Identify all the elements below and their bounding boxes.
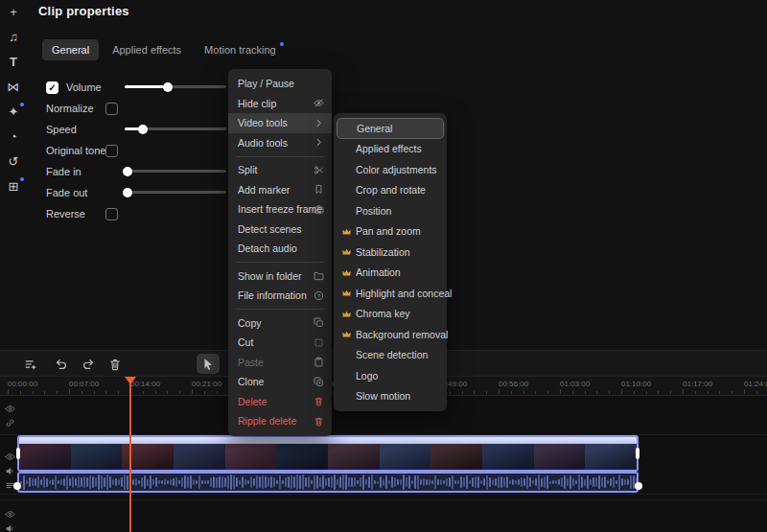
menu-item-ripple-delete[interactable]: Ripple delete — [228, 411, 332, 431]
video-clip[interactable] — [17, 435, 639, 472]
waveform-bar — [242, 476, 244, 488]
playhead-handle[interactable] — [125, 377, 136, 384]
tab-applied-effects[interactable]: Applied effects — [103, 39, 191, 60]
slider-knob[interactable] — [138, 125, 148, 134]
waveform-bar — [503, 477, 505, 487]
sidebar-more-tools-icon[interactable]: ⊞ — [4, 176, 23, 196]
sidebar-media-icon[interactable]: ♫ — [4, 27, 23, 46]
submenu-item-pan-and-zoom[interactable]: Pan and zoom — [334, 221, 447, 243]
ruler-tick — [20, 391, 21, 394]
menu-item-split[interactable]: Split — [228, 160, 332, 180]
track-3-speaker-button[interactable] — [5, 523, 15, 532]
menu-item-hide-clip[interactable]: Hide clip — [228, 94, 332, 114]
clip-trim-handle-left[interactable] — [16, 448, 20, 459]
copy-icon — [314, 317, 324, 328]
video-track-eye-button[interactable] — [5, 451, 15, 462]
submenu-item-stabilization[interactable]: Stabilization — [334, 242, 447, 263]
submenu-item-color-adjustments[interactable]: Color adjustments — [334, 159, 447, 180]
waveform-bar — [406, 477, 407, 487]
select-tool-button[interactable] — [197, 354, 220, 374]
waveform-bar — [383, 479, 384, 486]
filters-glyph: ◔ — [10, 129, 17, 144]
submenu-item-general[interactable]: General — [337, 118, 444, 139]
menu-item-clone[interactable]: Clone — [228, 372, 332, 392]
clip-trim-handle-right[interactable] — [636, 448, 639, 459]
menu-item-add-marker[interactable]: Add marker — [228, 180, 332, 200]
menu-item-copy[interactable]: Copy — [228, 313, 332, 334]
sidebar-transitions-icon[interactable]: ⋈ — [4, 77, 23, 96]
menu-item-icon-slot — [314, 337, 324, 348]
tab-motion-tracking[interactable]: Motion tracking — [195, 39, 286, 60]
premium-icon-slot — [341, 329, 356, 339]
tab-general[interactable]: General — [42, 39, 99, 60]
redo-button[interactable] — [77, 354, 100, 374]
menu-item-video-tools[interactable]: Video tools — [228, 113, 332, 133]
waveform-bar — [339, 476, 341, 487]
submenu-item-highlight-and-conceal[interactable]: Highlight and conceal — [334, 283, 447, 304]
question-icon — [314, 290, 324, 301]
submenu-item-logo[interactable]: Logo — [334, 365, 447, 386]
audio-trim-handle-right[interactable] — [635, 482, 642, 490]
menu-item-insert-freeze-frame[interactable]: Insert freeze frame — [228, 199, 332, 220]
sidebar-motion-icon[interactable]: ↺ — [4, 151, 23, 171]
sidebar-add-icon[interactable]: + — [4, 2, 23, 21]
submenu-item-crop-and-rotate[interactable]: Crop and rotate — [334, 180, 447, 201]
track-controls-button[interactable] — [19, 354, 42, 374]
waveform-bar — [368, 476, 370, 489]
submenu-item-scene-detection[interactable]: Scene detection — [334, 345, 447, 366]
menu-item-show-in-folder[interactable]: Show in folder — [228, 266, 332, 287]
waveform-bar — [37, 476, 39, 487]
waveform-bar — [299, 475, 301, 489]
submenu-item-applied-effects[interactable]: Applied effects — [334, 139, 447, 160]
track-3-eye-button[interactable] — [5, 509, 15, 520]
slider-knob[interactable] — [163, 82, 173, 92]
clip-properties-panel: ✓VolumeNormalizeSpeedOriginal toneFade i… — [46, 77, 238, 224]
submenu-item-background-removal[interactable]: Background removal — [334, 324, 447, 345]
sidebar-filters-icon[interactable]: ◔ — [4, 127, 23, 146]
menu-item-detect-scenes[interactable]: Detect scenes — [228, 220, 332, 240]
waveform-bar — [561, 477, 563, 487]
track-1-link-button[interactable] — [5, 418, 15, 428]
submenu-item-position[interactable]: Position — [334, 200, 447, 221]
waveform-bar — [230, 474, 232, 490]
slider-volume[interactable] — [125, 85, 226, 88]
checkbox-original-tone[interactable] — [105, 145, 118, 157]
menu-item-cut[interactable]: Cut — [228, 333, 332, 353]
video-track-speaker-button[interactable] — [5, 466, 15, 476]
waveform-bar — [58, 480, 59, 483]
property-label: Reverse — [46, 208, 85, 220]
menu-item-play-pause[interactable]: Play / Pause — [228, 74, 332, 94]
sidebar-titles-icon[interactable]: T — [4, 52, 23, 71]
undo-button[interactable] — [50, 354, 73, 374]
slider-speed[interactable] — [125, 127, 226, 130]
track-1-eye-button[interactable] — [5, 404, 15, 414]
menu-item-file-information[interactable]: File information — [228, 286, 332, 306]
sidebar-effects-icon[interactable]: ✦ — [4, 102, 23, 121]
waveform-bar — [558, 479, 560, 486]
submenu-item-animation[interactable]: Animation — [334, 263, 447, 284]
menu-item-audio-tools[interactable]: Audio tools — [228, 133, 332, 153]
waveform-bar — [141, 477, 143, 487]
playhead-line[interactable] — [129, 377, 131, 532]
submenu-item-slow-motion[interactable]: Slow motion — [334, 386, 447, 407]
slider-fade-out[interactable] — [125, 191, 226, 194]
waveform-bar — [515, 480, 517, 485]
waveform-bar — [538, 474, 540, 490]
checkbox-reverse[interactable] — [105, 208, 118, 220]
checkbox-normalize[interactable] — [105, 103, 118, 115]
slider-fade-in[interactable] — [125, 170, 226, 173]
audio-clip[interactable] — [17, 472, 639, 493]
waveform-bar — [75, 478, 77, 485]
delete-button[interactable] — [104, 354, 127, 374]
waveform-bar — [437, 479, 439, 486]
menu-item-delete[interactable]: Delete — [228, 392, 332, 412]
slider-knob[interactable] — [123, 188, 132, 197]
audio-trim-handle-left[interactable] — [13, 482, 21, 490]
ruler-tick — [462, 391, 463, 394]
checkbox-volume[interactable]: ✓ — [46, 81, 58, 94]
menu-item-detach-audio[interactable]: Detach audio — [228, 239, 332, 259]
submenu-item-label: Slow motion — [356, 390, 410, 402]
slider-knob[interactable] — [123, 167, 132, 176]
submenu-item-chroma-key[interactable]: Chroma key — [334, 304, 447, 325]
menu-item-label: Show in folder — [238, 270, 302, 282]
